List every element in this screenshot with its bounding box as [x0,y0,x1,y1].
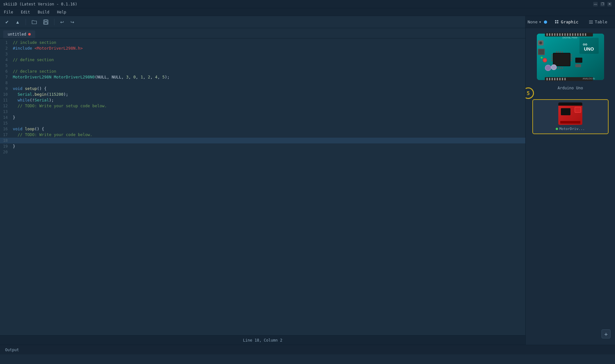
svg-rect-59 [556,51,557,53]
code-editor[interactable]: 1 // include section 2 #include <MotorDr… [0,38,525,335]
svg-rect-22 [570,33,571,36]
svg-rect-53 [551,58,553,59]
svg-rect-17 [557,33,558,36]
tab-bar: untitled [0,28,525,38]
svg-rect-75 [575,64,581,67]
redo-button[interactable]: ↪ [69,18,76,26]
table-view-button[interactable]: Table [586,18,610,26]
svg-point-70 [552,65,556,69]
svg-rect-65 [560,67,561,69]
code-line-8: 8 [0,80,525,86]
step-indicator: 5 [526,87,534,99]
svg-rect-33 [554,78,555,80]
svg-rect-74 [575,58,582,63]
none-dropdown[interactable]: None ▾ [528,20,547,24]
svg-point-42 [540,42,541,44]
panel-top-header: None ▾ Graphic [526,16,615,28]
add-icon: + [604,331,608,337]
svg-rect-64 [558,67,559,69]
svg-rect-31 [549,78,550,80]
output-label: Output [5,348,19,352]
svg-rect-56 [570,56,572,57]
svg-rect-19 [562,33,563,36]
svg-point-72 [543,59,546,62]
svg-rect-54 [551,60,553,61]
code-line-19: 19 } [0,143,525,149]
table-label: Table [595,20,607,24]
save-icon [43,20,48,25]
svg-rect-23 [572,33,573,36]
dropdown-arrow: ▾ [539,20,541,24]
code-line-7: 7 MotorDriverL298N MotorDriverL298N0(NUL… [0,74,525,80]
svg-rect-27 [582,33,584,36]
svg-rect-58 [570,60,572,61]
pcb-trace [560,121,580,124]
table-icon [589,20,593,24]
svg-text:UNO: UNO [584,46,594,52]
svg-rect-1 [45,20,47,21]
maximize-button[interactable]: ❐ [600,2,605,6]
menu-build[interactable]: Build [37,9,51,15]
code-line-9: 9 void setup() { [0,86,525,92]
svg-rect-62 [562,51,563,53]
code-line-10: 10 Serial.begin(115200); [0,92,525,97]
code-line-5: 5 [0,63,525,69]
svg-rect-52 [551,56,553,57]
svg-rect-34 [557,78,558,80]
svg-rect-36 [562,78,563,80]
component-card[interactable]: MotorDriv... [532,99,609,134]
svg-rect-18 [559,33,561,36]
svg-rect-16 [554,33,555,36]
title-bar-text: skiiiD (Latest Version - 0.1.16) [3,2,77,6]
svg-rect-26 [580,33,581,36]
code-line-16: 16 void loop() { [0,126,525,132]
svg-rect-6 [557,22,558,23]
svg-rect-57 [570,58,572,59]
svg-text:⊙: ⊙ [585,43,587,46]
verify-button[interactable]: ✔ [3,18,11,26]
svg-rect-5 [555,22,556,23]
svg-rect-50 [554,53,570,66]
code-line-20: 20 [0,149,525,155]
toolbar-separator [26,19,26,25]
title-bar: skiiiD (Latest Version - 0.1.16) — ❐ ✕ [0,0,615,8]
menu-file[interactable]: File [3,9,14,15]
graphic-view-button[interactable]: Graphic [552,18,581,26]
minimize-button[interactable]: — [593,2,598,6]
component-thumbnail [558,102,582,125]
open-folder-icon [32,20,37,25]
svg-rect-30 [546,78,548,80]
svg-rect-66 [562,67,563,69]
svg-point-68 [545,65,551,70]
code-line-14: 14 } [0,115,525,120]
close-button[interactable]: ✕ [607,2,612,6]
save-button[interactable] [41,18,50,26]
add-component-button[interactable]: + [602,329,611,338]
menu-help[interactable]: Help [56,9,68,15]
tab-untitled[interactable]: untitled [3,30,35,38]
right-panel: None ▾ Graphic [525,16,615,345]
svg-rect-25 [577,33,578,36]
code-line-11: 11 while(!Serial); [0,97,525,103]
step-number: 5 [527,90,530,96]
svg-rect-13 [546,33,548,36]
undo-button[interactable]: ↩ [58,18,66,26]
upload-button[interactable]: ▲ [13,18,22,26]
svg-rect-39 [538,49,544,54]
svg-rect-55 [570,54,572,55]
component-label: MotorDriv... [556,127,585,131]
svg-rect-4 [557,20,558,21]
code-line-13: 13 [0,109,525,115]
toolbar: ✔ ▲ ↩ ↪ [0,16,525,28]
status-dot [544,20,547,24]
open-button[interactable] [30,18,39,26]
svg-rect-61 [560,51,561,53]
cursor-position: Line 18, Column 2 [243,338,283,343]
svg-rect-15 [552,33,553,36]
code-line-1: 1 // include section [0,40,525,45]
toolbar-separator-2 [54,19,54,25]
code-line-3: 3 [0,51,525,57]
output-bar: Output [0,345,615,354]
menu-edit[interactable]: Edit [20,9,31,15]
svg-rect-21 [567,33,568,36]
